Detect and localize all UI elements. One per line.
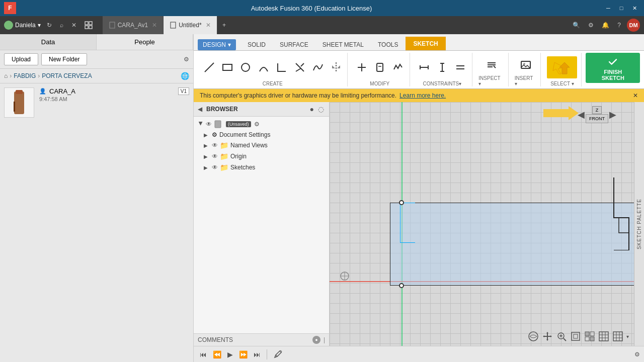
ribbon-tab-surface[interactable]: SURFACE [273, 39, 315, 50]
canvas[interactable]: ◀ Z FRONT ▶ SKETCH PALETTE [330, 102, 644, 346]
browser-collapse-button[interactable]: ◀ [198, 106, 202, 113]
search-tool-button[interactable]: 🔍 [571, 21, 582, 30]
named-views-eye[interactable]: 👁 [212, 142, 218, 149]
fillet-button[interactable] [274, 60, 290, 74]
people-tab[interactable]: People [97, 34, 193, 50]
insert-image-btn[interactable] [518, 58, 534, 72]
tree-item-named-views[interactable]: ▶ 👁 📁 Named Views [194, 140, 329, 151]
close-left-panel-button[interactable]: ✕ [69, 21, 78, 30]
comments-circle-btn[interactable]: ● [312, 336, 320, 344]
warning-link[interactable]: Learn more here. [399, 92, 446, 99]
playback-end-button[interactable]: ⏭ [252, 349, 263, 359]
ribbon-tab-sketch[interactable]: SKETCH [406, 37, 445, 50]
breadcrumb-item-1[interactable]: FABDIG [14, 72, 36, 79]
refresh-button[interactable]: ↻ [45, 21, 54, 30]
circle-button[interactable] [237, 60, 254, 74]
constraint-v-btn[interactable] [434, 60, 450, 74]
search-button[interactable]: ⌕ [58, 21, 65, 30]
arc-button[interactable] [256, 60, 272, 74]
select-dropdown[interactable]: ▾ [572, 81, 574, 86]
file-tab-2[interactable]: Untitled* ✕ [164, 16, 217, 34]
notification-button[interactable]: 🔔 [600, 21, 611, 30]
endpoint-bottom [399, 283, 404, 288]
view-front-face[interactable]: FRONT [586, 114, 608, 123]
constraints-dropdown[interactable]: ▾ [459, 81, 461, 86]
playback-back-button[interactable]: ⏪ [211, 349, 223, 359]
modify-btn-2[interactable] [372, 60, 388, 74]
grid-view-button[interactable] [83, 20, 95, 30]
playback-start-button[interactable]: ⏮ [198, 349, 209, 359]
user-menu[interactable]: Daniela ▾ [4, 21, 41, 30]
origin-eye[interactable]: 👁 [212, 153, 218, 160]
panel-settings-icon[interactable]: ⚙ [184, 56, 189, 63]
warning-close-button[interactable]: ✕ [633, 92, 638, 99]
data-tab[interactable]: Data [0, 34, 97, 50]
sketch-pen-button[interactable] [271, 349, 284, 360]
pan-icon[interactable] [542, 331, 553, 342]
share-icon[interactable]: 🌐 [181, 72, 189, 80]
ribbon-tab-tools[interactable]: TOOLS [371, 39, 405, 50]
more-display-options[interactable]: ▾ [626, 334, 629, 339]
minimize-button[interactable]: ─ [603, 4, 614, 13]
view-right-arrow[interactable]: ▶ [609, 109, 616, 120]
root-eye-icon[interactable]: 👁 [206, 121, 212, 128]
inspect-dropdown[interactable]: ▾ [478, 81, 481, 86]
root-gear-icon[interactable]: ⚙ [254, 121, 260, 128]
constraint-h-btn[interactable] [416, 60, 432, 74]
help-button[interactable]: ? [615, 21, 623, 30]
view-left-arrow[interactable]: ◀ [578, 109, 585, 120]
constraint-eq-btn[interactable] [452, 60, 468, 74]
doc-settings-arrow[interactable]: ▶ [204, 132, 210, 138]
tree-item-sketches[interactable]: ▶ 👁 📁 Sketches [194, 162, 329, 173]
inspect-btn[interactable] [484, 58, 500, 72]
camera-orbit-icon[interactable] [528, 331, 539, 342]
file-tab-1-close[interactable]: ✕ [152, 22, 157, 29]
trim-button[interactable] [292, 60, 308, 74]
browser-circle-btn[interactable]: ◌ [317, 104, 325, 114]
tree-item-doc-settings[interactable]: ▶ ⚙ Document Settings [194, 130, 329, 140]
fusion-logo: F [4, 2, 16, 14]
display-mode-icon[interactable] [584, 331, 595, 342]
breadcrumb-item-2[interactable]: PORTA CERVEZA [42, 72, 92, 79]
tree-item-origin[interactable]: ▶ 👁 📁 Origin [194, 151, 329, 162]
modify-btn-3[interactable] [390, 60, 406, 74]
origin-arrow[interactable]: ▶ [204, 154, 210, 159]
file-tab-1[interactable]: CARA_Av1 ✕ [103, 16, 164, 34]
line-button[interactable] [201, 60, 217, 74]
insert-dropdown[interactable]: ▾ [515, 81, 517, 86]
ribbon-tab-solid[interactable]: SOLID [241, 39, 272, 50]
select-button[interactable] [547, 56, 577, 78]
named-views-arrow[interactable]: ▶ [204, 143, 210, 148]
playback-forward-button[interactable]: ⏩ [237, 349, 250, 359]
mirror-button[interactable] [328, 60, 344, 74]
spline-button[interactable] [310, 60, 326, 74]
maximize-button[interactable]: □ [616, 4, 627, 13]
bottom-settings-icon[interactable]: ⚙ [634, 351, 640, 358]
sketches-arrow[interactable]: ▶ [204, 165, 210, 170]
home-icon[interactable]: ⌂ [4, 72, 8, 79]
settings-button[interactable]: ⚙ [586, 21, 596, 30]
new-folder-button[interactable]: New Folder [41, 53, 87, 65]
browser-settings-icon[interactable]: ● [309, 104, 315, 114]
file-tab-2-close[interactable]: ✕ [206, 22, 211, 29]
view-top-face[interactable]: Z [592, 106, 602, 114]
ribbon-tab-sheet-metal[interactable]: SHEET METAL [316, 39, 370, 50]
tree-root[interactable]: ▶ 👁 (Unsaved) ⚙ [194, 119, 329, 130]
design-button[interactable]: DESIGN ▾ [198, 39, 236, 50]
add-tab-button[interactable]: + [217, 16, 231, 34]
fit-view-icon[interactable] [570, 331, 581, 342]
root-expand-arrow[interactable]: ▶ [198, 121, 204, 127]
finish-sketch-button[interactable]: FINISH SKETCH [586, 53, 640, 83]
visual-style-icon[interactable] [612, 331, 623, 342]
user-initials-badge[interactable]: DM [627, 19, 640, 32]
upload-button[interactable]: Upload [4, 53, 38, 65]
playback-play-button[interactable]: ▶ [225, 349, 235, 359]
version-badge[interactable]: V1 [178, 87, 189, 95]
close-button[interactable]: ✕ [629, 4, 640, 13]
rect-button[interactable] [219, 60, 235, 74]
zoom-icon[interactable] [556, 331, 567, 342]
file-item[interactable]: 👤 CARA_A V1 9:47:58 AM [0, 83, 193, 122]
grid-display-icon[interactable] [598, 331, 609, 342]
modify-btn-1[interactable] [354, 60, 370, 74]
sketches-eye[interactable]: 👁 [212, 164, 218, 171]
